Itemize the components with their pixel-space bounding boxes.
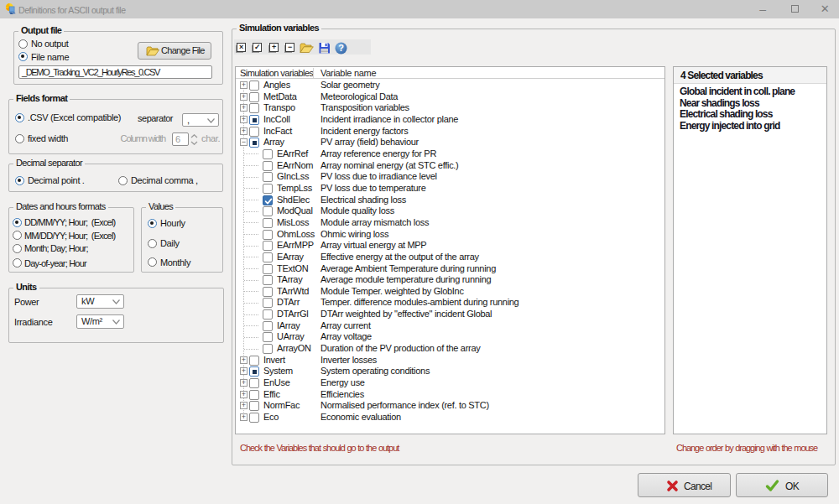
svg-text:?: ?: [338, 43, 344, 53]
